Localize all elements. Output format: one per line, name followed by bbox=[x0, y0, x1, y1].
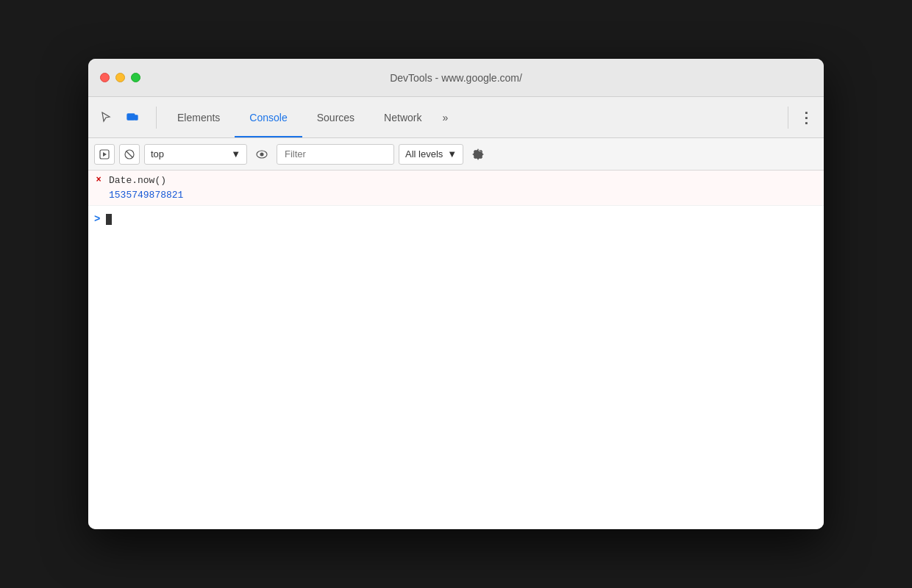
tab-bar: Elements Console Sources Network » bbox=[163, 97, 782, 137]
console-input-text: Date.now() bbox=[109, 173, 818, 188]
console-settings-button[interactable] bbox=[468, 144, 488, 165]
tab-console[interactable]: Console bbox=[235, 97, 302, 137]
devtools-window: DevTools - www.google.com/ El bbox=[88, 59, 824, 529]
context-value: top bbox=[151, 148, 225, 159]
device-toolbar-icon bbox=[127, 112, 138, 123]
more-tabs-button[interactable]: » bbox=[436, 112, 454, 123]
prompt-cursor bbox=[106, 214, 112, 225]
tab-network[interactable]: Network bbox=[369, 97, 436, 137]
toolbar-separator bbox=[156, 107, 157, 129]
clear-icon bbox=[124, 149, 135, 159]
traffic-lights bbox=[100, 73, 140, 82]
toolbar-icons bbox=[94, 106, 144, 129]
gear-icon bbox=[472, 148, 484, 160]
filter-input[interactable] bbox=[277, 144, 394, 165]
context-selector[interactable]: top ▼ bbox=[144, 144, 247, 165]
log-levels-arrow: ▼ bbox=[447, 148, 457, 159]
title-bar: DevTools - www.google.com/ bbox=[88, 59, 824, 97]
live-expressions-button[interactable] bbox=[252, 144, 272, 165]
maximize-button[interactable] bbox=[131, 73, 140, 82]
svg-line-6 bbox=[127, 151, 132, 157]
tab-elements[interactable]: Elements bbox=[163, 97, 235, 137]
error-icon: × bbox=[91, 173, 106, 185]
svg-marker-4 bbox=[103, 152, 107, 157]
console-prompt-line[interactable]: > bbox=[88, 206, 824, 232]
console-entry-input: × Date.now() 1535749878821 bbox=[88, 171, 824, 206]
log-levels-selector[interactable]: All levels ▼ bbox=[399, 144, 463, 165]
cursor-icon bbox=[100, 112, 112, 123]
window-title: DevTools - www.google.com/ bbox=[390, 72, 522, 84]
console-toolbar: top ▼ All levels ▼ bbox=[88, 138, 824, 171]
inspector-button[interactable] bbox=[94, 106, 118, 129]
more-options-button[interactable]: ⋮ bbox=[794, 106, 818, 129]
device-toolbar-button[interactable] bbox=[121, 106, 144, 129]
svg-rect-1 bbox=[135, 115, 138, 120]
execute-icon bbox=[99, 149, 110, 159]
clear-console-button[interactable] bbox=[119, 144, 140, 165]
svg-rect-0 bbox=[127, 114, 135, 120]
svg-point-8 bbox=[260, 152, 264, 156]
execute-script-button[interactable] bbox=[94, 144, 115, 165]
main-toolbar: Elements Console Sources Network » ⋮ bbox=[88, 97, 824, 138]
minimize-button[interactable] bbox=[115, 73, 125, 82]
prompt-arrow: > bbox=[94, 213, 100, 225]
context-dropdown-arrow: ▼ bbox=[231, 148, 241, 159]
log-levels-label: All levels bbox=[405, 148, 443, 159]
eye-icon bbox=[256, 150, 268, 159]
tab-sources[interactable]: Sources bbox=[302, 97, 369, 137]
toolbar-separator-right bbox=[788, 107, 788, 129]
console-output-text: 1535749878821 bbox=[109, 188, 818, 203]
console-content: × Date.now() 1535749878821 > bbox=[88, 171, 824, 529]
entry-input-content: Date.now() 1535749878821 bbox=[106, 173, 818, 202]
toolbar-right: ⋮ bbox=[794, 106, 818, 129]
close-button[interactable] bbox=[100, 73, 110, 82]
